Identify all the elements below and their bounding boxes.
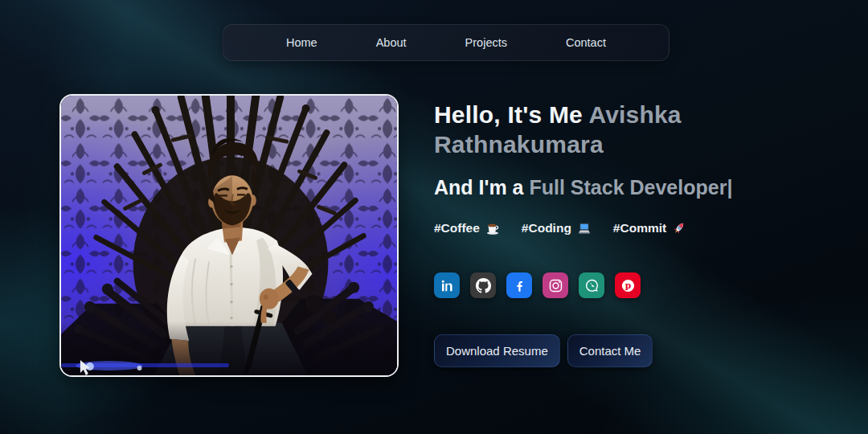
svg-text:p: p (624, 280, 631, 291)
role-prefix-text: And I'm a (434, 176, 524, 199)
pinterest-icon[interactable]: p (615, 272, 641, 298)
role-text: Full Stack Developer (529, 176, 727, 199)
hero-subheading: And I'm a Full Stack Developer| (434, 176, 788, 199)
typing-cursor: | (727, 176, 732, 199)
hot-beverage-emoji-icon (485, 221, 500, 235)
facebook-icon[interactable] (506, 272, 532, 298)
instagram-icon[interactable] (542, 272, 568, 298)
hashtag-coffee-label: #Coffee (434, 221, 480, 235)
cta-row: Download Resume Contact Me (434, 334, 788, 367)
top-navbar: Home About Projects Contact (223, 24, 669, 61)
hero-heading: Hello, It's Me Avishka Rathnakumara (434, 100, 755, 159)
nav-item-contact[interactable]: Contact (566, 36, 606, 49)
hashtag-commit: #Commit (613, 221, 686, 235)
contact-me-button[interactable]: Contact Me (567, 334, 653, 367)
greeting-text: Hello, It's Me (434, 101, 583, 128)
hashtag-commit-label: #Commit (613, 221, 666, 235)
github-icon[interactable] (470, 272, 496, 298)
profile-photo-illustration (61, 96, 397, 375)
nav-item-projects[interactable]: Projects (465, 36, 507, 49)
social-links-row: p (434, 272, 788, 298)
whatsapp-icon[interactable] (579, 272, 604, 298)
hero-section: Hello, It's Me Avishka Rathnakumara And … (434, 100, 788, 367)
hashtag-coding-label: #Coding (522, 221, 571, 235)
hashtag-coding: #Coding (522, 221, 592, 235)
rocket-emoji-icon (672, 221, 686, 235)
hashtag-row: #Coffee #Coding #Commit (434, 221, 788, 235)
profile-photo (59, 94, 399, 377)
portfolio-hero-page: { "nav": { "items": [ {"label": "Home"},… (0, 0, 868, 434)
laptop-emoji-icon (577, 221, 592, 235)
linkedin-icon[interactable] (434, 272, 460, 298)
nav-item-home[interactable]: Home (286, 36, 317, 49)
hashtag-coffee: #Coffee (434, 221, 500, 235)
nav-item-about[interactable]: About (376, 36, 407, 49)
download-resume-button[interactable]: Download Resume (434, 334, 560, 367)
